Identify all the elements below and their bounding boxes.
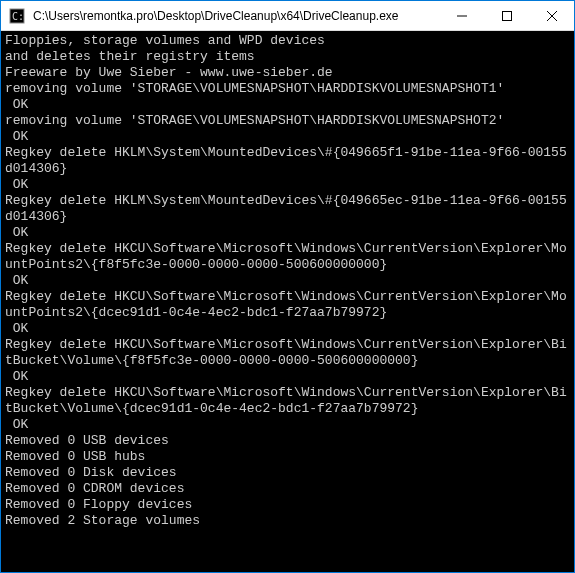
console-line: Removed 0 CDROM devices xyxy=(5,481,570,497)
maximize-button[interactable] xyxy=(484,1,529,30)
console-line: OK xyxy=(5,225,570,241)
svg-rect-3 xyxy=(502,11,511,20)
console-line: OK xyxy=(5,273,570,289)
console-line: OK xyxy=(5,129,570,145)
console-line: Regkey delete HKCU\Software\Microsoft\Wi… xyxy=(5,289,570,321)
console-line: Regkey delete HKLM\System\MountedDevices… xyxy=(5,145,570,177)
titlebar: C: C:\Users\remontka.pro\Desktop\DriveCl… xyxy=(1,1,574,31)
console-line: Regkey delete HKCU\Software\Microsoft\Wi… xyxy=(5,337,570,369)
console-line: and deletes their registry items xyxy=(5,49,570,65)
console-line: Removed 0 Floppy devices xyxy=(5,497,570,513)
console-line: Regkey delete HKCU\Software\Microsoft\Wi… xyxy=(5,241,570,273)
svg-text:C:: C: xyxy=(12,11,24,22)
console-line: Removed 0 Disk devices xyxy=(5,465,570,481)
console-line: Removed 0 USB hubs xyxy=(5,449,570,465)
console-line: Removed 0 USB devices xyxy=(5,433,570,449)
console-line: OK xyxy=(5,369,570,385)
console-line: OK xyxy=(5,417,570,433)
app-icon: C: xyxy=(9,8,25,24)
console-line: Floppies, storage volumes and WPD device… xyxy=(5,33,570,49)
window-title: C:\Users\remontka.pro\Desktop\DriveClean… xyxy=(33,9,439,23)
console-line: Removed 2 Storage volumes xyxy=(5,513,570,529)
console-line: OK xyxy=(5,177,570,193)
console-line: removing volume 'STORAGE\VOLUMESNAPSHOT\… xyxy=(5,81,570,97)
console-line: OK xyxy=(5,97,570,113)
console-output: Floppies, storage volumes and WPD device… xyxy=(1,31,574,572)
minimize-button[interactable] xyxy=(439,1,484,30)
console-line: Regkey delete HKCU\Software\Microsoft\Wi… xyxy=(5,385,570,417)
console-line: Freeware by Uwe Sieber - www.uwe-sieber.… xyxy=(5,65,570,81)
console-line: Regkey delete HKLM\System\MountedDevices… xyxy=(5,193,570,225)
console-line: OK xyxy=(5,321,570,337)
window-controls xyxy=(439,1,574,30)
console-line: removing volume 'STORAGE\VOLUMESNAPSHOT\… xyxy=(5,113,570,129)
close-button[interactable] xyxy=(529,1,574,30)
